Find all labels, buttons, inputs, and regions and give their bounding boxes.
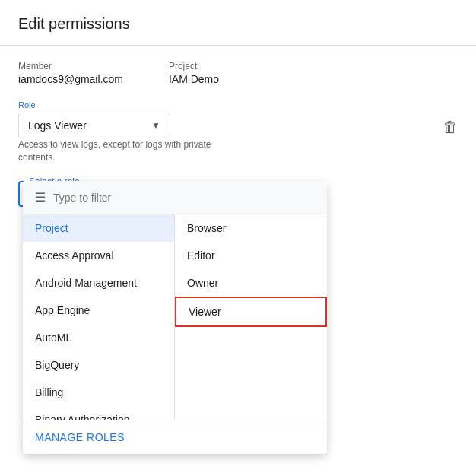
delete-button-1[interactable]: 🗑 [443, 119, 458, 136]
project-label: Project [169, 61, 219, 71]
chevron-down-icon: ▼ [151, 120, 160, 131]
list-item[interactable]: Access Approval [23, 242, 174, 269]
dropdown-panel: ☰ Project Access Approval Android Manage… [23, 181, 327, 454]
filter-row: ☰ [23, 181, 327, 214]
list-item[interactable]: Project [23, 214, 174, 242]
left-column: Project Access Approval Android Manageme… [23, 214, 175, 420]
list-item[interactable]: BigQuery [23, 351, 174, 379]
role-value: Logs Viewer [28, 119, 87, 132]
project-value: IAM Demo [169, 73, 219, 85]
manage-roles-link[interactable]: MANAGE ROLES [23, 420, 327, 454]
list-item[interactable]: AutoML [23, 324, 174, 351]
list-item[interactable]: Binary Authorization [23, 406, 174, 420]
list-item[interactable]: Browser [175, 214, 327, 242]
project-section: Project IAM Demo [169, 61, 219, 85]
member-label: Member [18, 61, 123, 71]
list-item[interactable]: App Engine [23, 297, 174, 324]
filter-input[interactable] [53, 192, 315, 204]
right-column: Browser Editor Owner Viewer [175, 214, 327, 420]
header: Edit permissions [0, 0, 476, 46]
role-row: Role Logs Viewer ▼ Access to view logs, … [18, 100, 458, 164]
page: Edit permissions Member iamdocs9@gmail.c… [0, 0, 476, 476]
filter-icon: ☰ [35, 190, 46, 205]
page-title: Edit permissions [18, 15, 458, 33]
member-section: Member iamdocs9@gmail.com [18, 61, 123, 85]
list-item-viewer[interactable]: Viewer [175, 297, 327, 327]
role-label: Role [18, 100, 430, 109]
list-item[interactable]: Owner [175, 269, 327, 297]
role-description: Access to view logs, except for logs wit… [18, 138, 246, 164]
dropdown-columns: Project Access Approval Android Manageme… [23, 214, 327, 420]
meta-row: Member iamdocs9@gmail.com Project IAM De… [18, 61, 458, 85]
list-item[interactable]: Editor [175, 242, 327, 269]
list-item[interactable]: Android Management [23, 269, 174, 297]
role-block: Role Logs Viewer ▼ Access to view logs, … [18, 100, 430, 164]
role-dropdown[interactable]: Logs Viewer ▼ [18, 113, 170, 138]
list-item[interactable]: Billing [23, 379, 174, 406]
member-value: iamdocs9@gmail.com [18, 73, 123, 85]
